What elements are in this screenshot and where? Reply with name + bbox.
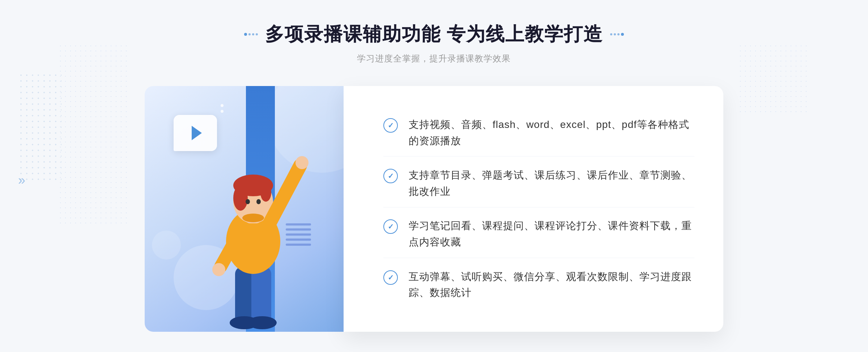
svg-point-10 [246, 199, 250, 204]
features-card: ✓ 支持视频、音频、flash、word、excel、ppt、pdf等各种格式的… [344, 86, 723, 332]
feature-item-3: ✓ 学习笔记回看、课程提问、课程评论打分、课件资料下载，重点内容收藏 [383, 211, 694, 258]
person-figure [188, 129, 311, 332]
feature-item-4: ✓ 互动弹幕、试听购买、微信分享、观看次数限制、学习进度跟踪、数据统计 [383, 262, 694, 309]
title-dots-right [610, 33, 624, 36]
check-mark: ✓ [388, 122, 394, 129]
check-icon-3: ✓ [383, 219, 398, 234]
check-mark-4: ✓ [388, 274, 394, 281]
feature-text-3: 学习笔记回看、课程提问、课程评论打分、课件资料下载，重点内容收藏 [409, 218, 694, 250]
dots-decoration-left [18, 72, 61, 181]
feature-text-4: 互动弹幕、试听购买、微信分享、观看次数限制、学习进度跟踪、数据统计 [409, 269, 694, 301]
sparkle-dot-1 [221, 104, 224, 107]
feature-text-2: 支持章节目录、弹题考试、课后练习、课后作业、章节测验、批改作业 [409, 167, 694, 200]
main-title: 多项录播课辅助功能 专为线上教学打造 [265, 22, 603, 47]
illustration-card [145, 86, 354, 332]
left-arrows-decoration: » [18, 173, 25, 188]
check-mark-3: ✓ [388, 223, 394, 230]
feature-item-2: ✓ 支持章节目录、弹题考试、课后练习、课后作业、章节测验、批改作业 [383, 160, 694, 207]
svg-point-3 [248, 316, 277, 329]
check-mark-2: ✓ [388, 172, 394, 180]
sparkle-decoration [221, 104, 224, 113]
svg-point-8 [233, 185, 248, 211]
page-wrapper: 多项录播课辅助功能 专为线上教学打造 学习进度全掌握，提升录播课教学效果 [0, 0, 868, 352]
main-content: ✓ 支持视频、音频、flash、word、excel、ppt、pdf等各种格式的… [145, 86, 723, 332]
header-section: 多项录播课辅助功能 专为线上教学打造 学习进度全掌握，提升录播课教学效果 [244, 22, 624, 64]
svg-line-12 [268, 166, 300, 227]
svg-point-15 [212, 263, 225, 276]
title-row: 多项录播课辅助功能 专为线上教学打造 [244, 22, 624, 47]
check-icon-4: ✓ [383, 270, 398, 285]
svg-point-11 [256, 199, 261, 204]
subtitle: 学习进度全掌握，提升录播课教学效果 [244, 53, 624, 64]
sparkle-dot-2 [221, 110, 224, 113]
title-dots-left [244, 33, 258, 36]
svg-rect-1 [251, 267, 271, 325]
feature-item-1: ✓ 支持视频、音频、flash、word、excel、ppt、pdf等各种格式的… [383, 110, 694, 157]
deco-circle-small [152, 231, 181, 259]
svg-point-13 [295, 156, 309, 169]
feature-text-1: 支持视频、音频、flash、word、excel、ppt、pdf等各种格式的资源… [409, 117, 694, 149]
check-icon-1: ✓ [383, 118, 398, 133]
svg-point-9 [260, 184, 271, 202]
check-icon-2: ✓ [383, 169, 398, 183]
svg-point-16 [242, 214, 264, 222]
